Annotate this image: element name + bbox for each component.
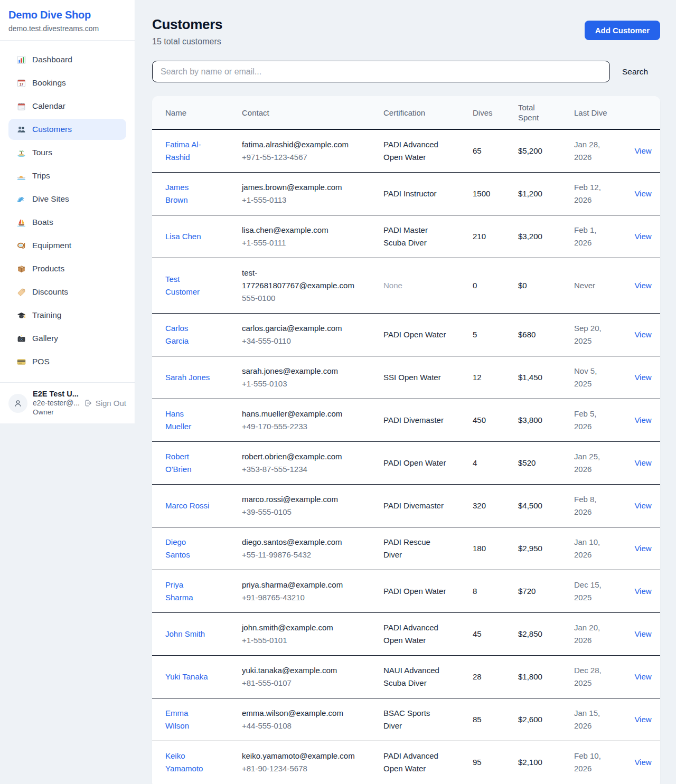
customer-dives: 28 — [459, 656, 505, 698]
customer-dives: 5 — [459, 314, 505, 356]
sidebar-item-discounts[interactable]: Discounts — [8, 281, 126, 303]
customer-email: lisa.chen@example.com — [242, 224, 352, 237]
view-customer-link[interactable]: View — [634, 629, 651, 638]
customer-phone: +55-11-99876-5432 — [242, 549, 366, 561]
customer-phone: +49-170-555-2233 — [242, 420, 366, 433]
customer-row: James Brown james.brown@example.com +1-5… — [152, 173, 660, 215]
customer-total-spent: $0 — [505, 258, 561, 314]
package-icon — [16, 264, 26, 273]
sidebar-item-boats[interactable]: Boats — [8, 212, 126, 233]
customer-phone: +44-555-0108 — [242, 720, 366, 732]
customer-phone: +971-55-123-4567 — [242, 151, 366, 164]
sidebar-item-trips[interactable]: Trips — [8, 165, 126, 186]
user-meta: E2E Test U... e2e-tester@... Owner — [33, 390, 78, 417]
customer-contact-cell: james.brown@example.com +1-555-0113 — [229, 173, 370, 215]
customer-last-dive: Feb 5, 2026 — [561, 399, 617, 442]
customer-total-spent: $5,200 — [505, 129, 561, 173]
customer-name-link[interactable]: James Brown — [165, 181, 211, 206]
customer-dives: 210 — [459, 215, 505, 258]
customer-name-link[interactable]: Fatima Al-Rashid — [165, 138, 211, 164]
sidebar-item-calendar[interactable]: Calendar — [8, 96, 126, 117]
view-customer-link[interactable]: View — [634, 373, 651, 382]
customer-row: Hans Mueller hans.mueller@example.com +4… — [152, 399, 660, 442]
col-header-name: Name — [152, 96, 229, 129]
sidebar-item-dive-sites[interactable]: Dive Sites — [8, 188, 126, 210]
sidebar-item-gallery[interactable]: Gallery — [8, 328, 126, 349]
customer-row: Carlos Garcia carlos.garcia@example.com … — [152, 314, 660, 356]
customer-dives: 65 — [459, 129, 505, 173]
customer-name-link[interactable]: Carlos Garcia — [165, 322, 211, 347]
customer-name-link[interactable]: Diego Santos — [165, 536, 211, 561]
user-role: Owner — [33, 408, 78, 417]
customer-certification: BSAC Sports Diver — [383, 707, 448, 732]
sidebar-item-bookings[interactable]: 17 Bookings — [8, 72, 126, 93]
customer-email: emma.wilson@example.com — [242, 707, 352, 720]
sidebar-item-products[interactable]: Products — [8, 258, 126, 279]
sign-out-button[interactable]: Sign Out — [83, 399, 126, 408]
sidebar-item-equipment[interactable]: Equipment — [8, 235, 126, 256]
view-customer-link[interactable]: View — [634, 330, 651, 339]
customer-contact-cell: diego.santos@example.com +55-11-99876-54… — [229, 527, 370, 570]
customer-contact-cell: keiko.yamamoto@example.com +81-90-1234-5… — [229, 741, 370, 784]
customer-contact-cell: emma.wilson@example.com +44-555-0108 — [229, 698, 370, 741]
search-row: Search — [152, 61, 660, 82]
customer-phone: +34-555-0110 — [242, 335, 366, 347]
customer-dives: 85 — [459, 698, 505, 741]
customer-total-spent: $720 — [505, 570, 561, 613]
customer-name-link[interactable]: Keiko Yamamoto — [165, 750, 211, 775]
view-customer-link[interactable]: View — [634, 715, 651, 724]
view-customer-link[interactable]: View — [634, 232, 651, 241]
customer-row: Sarah Jones sarah.jones@example.com +1-5… — [152, 356, 660, 399]
view-customer-link[interactable]: View — [634, 458, 651, 467]
customer-name-link[interactable]: Yuki Tanaka — [165, 670, 208, 683]
sidebar-item-tours[interactable]: Tours — [8, 142, 126, 163]
search-input[interactable] — [152, 61, 610, 82]
customer-certification: PADI Rescue Diver — [383, 536, 448, 561]
customer-certification: PADI Advanced Open Water — [383, 621, 448, 647]
customer-name-link[interactable]: Lisa Chen — [165, 230, 201, 243]
view-customer-link[interactable]: View — [634, 544, 651, 553]
customer-name-link[interactable]: Robert O'Brien — [165, 450, 211, 476]
customer-row: Robert O'Brien robert.obrien@example.com… — [152, 442, 660, 485]
customer-name-link[interactable]: Marco Rossi — [165, 499, 209, 512]
customer-name-link[interactable]: Hans Mueller — [165, 408, 211, 433]
people-icon — [16, 125, 26, 134]
customer-name-link[interactable]: Sarah Jones — [165, 371, 210, 384]
view-customer-link[interactable]: View — [634, 415, 651, 424]
col-header-dives: Dives — [459, 96, 505, 129]
customer-email: test-1772681807767@example.com — [242, 267, 352, 292]
add-customer-button[interactable]: Add Customer — [585, 21, 660, 40]
customer-email: carlos.garcia@example.com — [242, 322, 352, 335]
sidebar-item-pos[interactable]: POS — [8, 351, 126, 372]
customer-name-link[interactable]: Priya Sharma — [165, 579, 211, 604]
user-email: e2e-tester@... — [33, 399, 78, 408]
customer-dives: 12 — [459, 356, 505, 399]
view-customer-link[interactable]: View — [634, 189, 651, 198]
customers-tbody: Fatima Al-Rashid fatima.alrashid@example… — [152, 129, 660, 783]
view-customer-link[interactable]: View — [634, 146, 651, 155]
search-button[interactable]: Search — [610, 67, 660, 77]
col-header-contact: Contact — [229, 96, 370, 129]
customer-phone: 555-0100 — [242, 292, 366, 305]
customer-total-spent: $3,200 — [505, 215, 561, 258]
customer-name-link[interactable]: John Smith — [165, 628, 205, 640]
view-customer-link[interactable]: View — [634, 672, 651, 681]
customer-name-link[interactable]: Test Customer — [165, 273, 211, 298]
page-header: Customers 15 total customers Add Custome… — [152, 16, 660, 46]
sidebar-item-dashboard[interactable]: Dashboard — [8, 49, 126, 70]
customer-dives: 320 — [459, 485, 505, 527]
label-tag-icon — [16, 287, 26, 297]
view-customer-link[interactable]: View — [634, 501, 651, 510]
customer-dives: 8 — [459, 570, 505, 613]
view-customer-link[interactable]: View — [634, 587, 651, 596]
sidebar-item-customers[interactable]: Customers — [8, 119, 126, 140]
col-header-actions — [617, 96, 660, 129]
view-customer-link[interactable]: View — [634, 281, 651, 290]
shop-domain: demo.test.divestreams.com — [8, 24, 126, 33]
sidebar-item-training[interactable]: Training — [8, 305, 126, 326]
customer-name-link[interactable]: Emma Wilson — [165, 707, 211, 732]
customer-phone: +1-555-0111 — [242, 237, 366, 249]
sailboat-icon — [16, 218, 26, 227]
page-title: Customers — [152, 16, 222, 33]
view-customer-link[interactable]: View — [634, 758, 651, 767]
